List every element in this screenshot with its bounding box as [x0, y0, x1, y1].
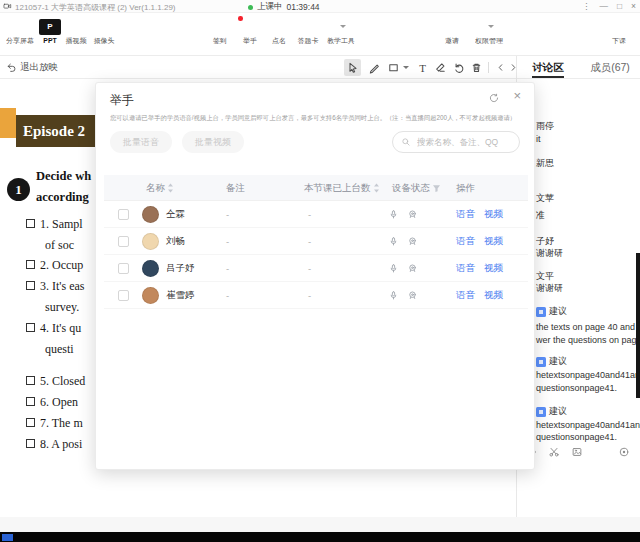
row-checkbox[interactable]: [118, 236, 129, 247]
sort-icon[interactable]: [167, 183, 174, 193]
sort-icon[interactable]: [373, 183, 380, 193]
video-invite-link[interactable]: 视频: [484, 201, 503, 228]
text-tool-button[interactable]: T: [414, 59, 431, 76]
chat-line: the texts on page 40 and 41 an: [536, 322, 640, 332]
batch-video-button[interactable]: 批量视频: [182, 131, 244, 153]
teaching-tools-button[interactable]: 教学工具: [318, 18, 364, 47]
modal-description: 您可以邀请已举手的学员语音/视频上台，学员同意后即可上台发言，最多可支持6名学员…: [110, 114, 524, 123]
checkbox-glyph: [26, 281, 35, 290]
checkbox-glyph: [26, 219, 35, 228]
chat-line: it: [536, 134, 541, 144]
stage-count: -: [308, 255, 311, 282]
table-row: 崔雪婷 - - 语音 视频: [104, 282, 528, 309]
window-close-button[interactable]: ×: [631, 0, 636, 13]
trash-button[interactable]: [468, 59, 485, 76]
member-tag-icon: [536, 407, 546, 417]
title-bar: 121057-1 大学英语高级课程 (2) Ver(1.1.1.29) 上课中 …: [0, 0, 640, 13]
chat-line: hetextsonpage40and41andansw: [536, 370, 640, 380]
voice-invite-link[interactable]: 语音: [456, 282, 475, 309]
slide-heading-line: Decide wh: [36, 169, 91, 184]
slide-list-item: 3. It's eas: [26, 279, 84, 294]
student-name: 仝霖: [166, 201, 185, 228]
window-menu-button[interactable]: ⋮: [582, 0, 591, 13]
chat-line: 文苹: [536, 192, 554, 205]
class-timer: 01:39:44: [287, 2, 320, 12]
batch-voice-button[interactable]: 批量语音: [110, 131, 172, 153]
camera-status-icon: [407, 282, 418, 309]
table-row: 吕子妤 - - 语音 视频: [104, 255, 528, 282]
table-row: 刘畅 - - 语音 视频: [104, 228, 528, 255]
voice-invite-link[interactable]: 语音: [456, 228, 475, 255]
exit-presentation-button[interactable]: 退出放映: [6, 61, 58, 74]
voice-invite-link[interactable]: 语音: [456, 255, 475, 282]
column-actions: 操作: [456, 175, 475, 201]
search-box[interactable]: [392, 131, 520, 153]
eraser-tool-button[interactable]: [432, 59, 449, 76]
slide-list-item: 6. Open: [26, 395, 78, 410]
stage-count: -: [308, 201, 311, 228]
permission-manage-button[interactable]: 权限管理: [466, 18, 512, 47]
slide-banner-gold-block: [0, 108, 16, 138]
tab-members[interactable]: 成员(67): [579, 56, 640, 78]
row-checkbox[interactable]: [118, 290, 129, 301]
camera-status-icon: [407, 255, 418, 282]
stage-count: -: [308, 228, 311, 255]
chevron-down-icon: [403, 66, 409, 69]
chat-line: questionsonpage41.: [536, 383, 617, 393]
checkbox-glyph: [26, 439, 35, 448]
search-input[interactable]: [415, 136, 511, 148]
mic-icon: [388, 282, 399, 309]
slide-list-item: 4. It's qu: [26, 321, 81, 336]
chat-settings-icon[interactable]: [618, 446, 630, 458]
panel-tabs: 讨论区 成员(67): [517, 56, 640, 79]
bottom-strip: [0, 517, 640, 532]
window-minimize-button[interactable]: —: [599, 0, 608, 13]
slide-heading-line: according: [36, 190, 89, 205]
chat-line: 建议: [536, 305, 567, 318]
screenshot-scissors-icon[interactable]: [548, 446, 560, 458]
mic-icon: [388, 201, 399, 228]
pointer-tool-button[interactable]: [344, 59, 361, 76]
chat-message-list[interactable]: 雨停 it 新思 文苹: [517, 79, 640, 446]
row-checkbox[interactable]: [118, 209, 129, 220]
video-invite-link[interactable]: 视频: [484, 282, 503, 309]
slide-list-item: of soc: [45, 238, 74, 253]
video-invite-link[interactable]: 视频: [484, 228, 503, 255]
camera-status-icon: [407, 201, 418, 228]
image-icon[interactable]: [571, 446, 583, 458]
undo-button[interactable]: [450, 59, 467, 76]
chat-line: 谢谢研: [536, 282, 563, 295]
chat-line: hetextsonpage40and41andansw: [536, 420, 640, 430]
shape-tool-button[interactable]: [386, 59, 410, 76]
chevron-down-icon: [340, 25, 346, 28]
chat-line: 准: [536, 209, 545, 222]
chat-scrollbar[interactable]: [636, 253, 640, 398]
student-note: -: [226, 282, 229, 309]
avatar: [142, 260, 159, 277]
search-icon: [401, 137, 411, 147]
invite-button[interactable]: 邀请: [434, 18, 470, 47]
raise-hand-modal: 举手 × 您可以邀请已举手的学员语音/视频上台，学员同意后即可上台发言，最多可支…: [95, 82, 535, 470]
filter-icon[interactable]: [432, 184, 441, 193]
column-device-status[interactable]: 设备状态: [392, 175, 441, 201]
main-toolbar: 分享屏幕 P PPT 播视频 摄像头 签到 举手 点名: [0, 13, 640, 56]
student-name: 崔雪婷: [166, 282, 195, 309]
taskbar-app-square[interactable]: [2, 534, 13, 541]
window-maximize-button[interactable]: □: [617, 0, 622, 13]
video-invite-link[interactable]: 视频: [484, 255, 503, 282]
voice-invite-link[interactable]: 语音: [456, 201, 475, 228]
chat-line: wer the questions on page 41.: [536, 335, 640, 345]
mic-icon: [388, 228, 399, 255]
tab-discussion[interactable]: 讨论区: [517, 56, 579, 78]
column-stage-count[interactable]: 本节课已上台数: [304, 175, 380, 201]
column-name[interactable]: 名称: [146, 175, 174, 201]
table-header: 名称 备注 本节课已上台数 设备状态 操作: [104, 175, 528, 201]
camera-button[interactable]: 摄像头: [86, 18, 122, 47]
close-icon[interactable]: ×: [513, 88, 521, 104]
student-name: 吕子妤: [166, 255, 195, 282]
pencil-tool-button[interactable]: [366, 59, 383, 76]
student-table: 仝霖 - - 语音 视频 刘畅 - - 语音: [104, 201, 528, 309]
class-end-button[interactable]: 下课: [601, 18, 637, 47]
refresh-icon[interactable]: [488, 92, 500, 104]
row-checkbox[interactable]: [118, 263, 129, 274]
